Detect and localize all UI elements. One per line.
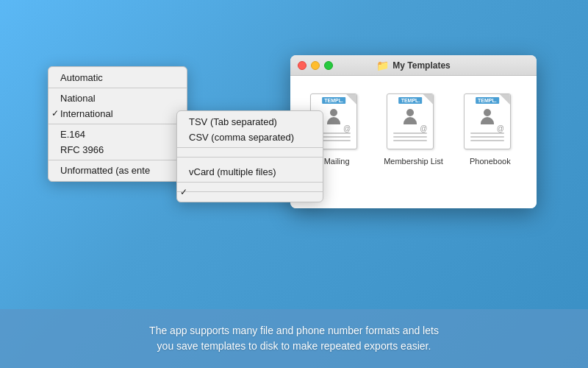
caption-bar: The app supports many file and phone num… (0, 309, 588, 368)
sep-file-1 (177, 147, 323, 148)
finder-window: 📁 My Templates TEMPL. @ (290, 55, 537, 208)
minimize-button[interactable] (311, 61, 320, 70)
folder-icon: 📁 (376, 60, 389, 71)
template-membership-list[interactable]: TEMPL. @ Membership List (381, 91, 446, 169)
phone-format-dropdown: Automatic National International E.164 R… (48, 66, 187, 182)
menu-item-csv[interactable]: CSV (comma separated) (177, 130, 323, 145)
menu-item-excel[interactable] (177, 185, 323, 189)
template-phonebook[interactable]: TEMPL. @ Phonebook (461, 91, 520, 169)
window-title: 📁 My Templates (376, 60, 450, 71)
menu-item-e164[interactable]: E.164 (49, 127, 187, 142)
sep-file-4 (177, 191, 323, 192)
maximize-button[interactable] (324, 61, 333, 70)
menu-item-unformatted[interactable]: Unformatted (as ente (49, 163, 187, 178)
caption-text: The app supports many file and phone num… (149, 323, 439, 354)
menu-item-international[interactable]: International (49, 106, 187, 121)
phonebook-icon: TEMPL. @ (464, 93, 517, 152)
menu-item-national[interactable]: National (49, 91, 187, 106)
menu-item-tsv[interactable]: TSV (Tab separated) (177, 114, 323, 130)
finder-content: TEMPL. @ Mailing (290, 76, 537, 208)
separator-2 (49, 124, 187, 124)
mailing-label: Mailing (324, 157, 350, 166)
titlebar: 📁 My Templates (290, 55, 537, 76)
menu-item-automatic[interactable]: Automatic (49, 70, 187, 85)
file-format-dropdown: TSV (Tab separated) CSV (comma separated… (176, 110, 323, 202)
close-button[interactable] (298, 61, 306, 70)
membership-list-icon: TEMPL. @ (387, 93, 440, 152)
menu-item-html-table[interactable] (177, 150, 323, 155)
dropdown-container: Automatic National International E.164 R… (48, 66, 187, 182)
menu-item-rfc3966[interactable]: RFC 3966 (49, 142, 187, 158)
membership-list-label: Membership List (384, 157, 443, 166)
menu-item-xml-xslt[interactable] (177, 194, 323, 199)
phonebook-label: Phonebook (470, 157, 511, 166)
window-controls (298, 61, 333, 70)
separator-3 (49, 160, 187, 160)
menu-item-vcard-entries[interactable]: vCard (multiple files) (177, 164, 323, 180)
sep-file-3 (177, 182, 323, 183)
separator-1 (49, 88, 187, 88)
sep-file-2 (177, 157, 323, 158)
